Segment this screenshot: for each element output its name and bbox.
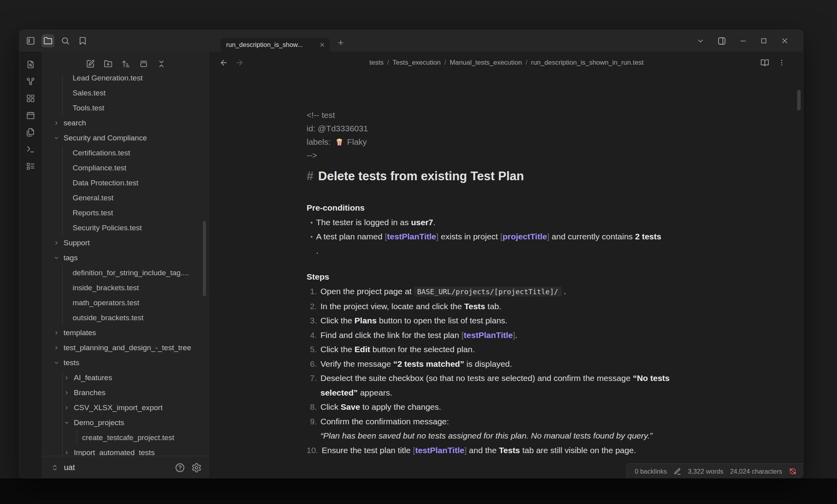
step-text: Deselect the suite checkbox (so that no … — [320, 371, 697, 400]
new-tab-button[interactable] — [335, 37, 346, 49]
sync-off-icon[interactable] — [789, 467, 797, 475]
bullet-item: The tester is logged in as user7. — [307, 215, 697, 230]
chevron-right-icon[interactable] — [64, 450, 70, 455]
tree-item-label: outside_brackets.test — [73, 314, 144, 322]
tree-folder[interactable]: Support — [42, 235, 210, 250]
terminal-icon[interactable] — [26, 145, 35, 154]
markdown-editor[interactable]: <!-- test id: @Td3336031 labels: — [210, 74, 803, 478]
tree-file[interactable]: Certifications.test — [42, 146, 210, 161]
tree-folder[interactable]: Import_automated_tests — [42, 445, 210, 456]
sidebar-scrollbar[interactable] — [203, 221, 206, 296]
tree-file[interactable]: Tools.test — [42, 101, 210, 116]
step-text: Verify the message “2 tests matched” is … — [320, 357, 512, 371]
tree-folder[interactable]: Branches — [42, 385, 210, 400]
chevron-down-icon[interactable] — [54, 255, 60, 261]
new-note-icon[interactable] — [86, 60, 95, 68]
tree-folder[interactable]: search — [42, 116, 210, 131]
files-tab-folder-icon[interactable] — [41, 34, 54, 47]
tree-folder[interactable]: Demo_projects — [42, 415, 210, 430]
tree-folder[interactable]: AI_features — [42, 370, 210, 385]
navigate-forward-icon[interactable] — [235, 58, 244, 67]
tree-file[interactable]: inside_brackets.test — [42, 280, 210, 295]
help-icon[interactable] — [175, 463, 185, 473]
tree-item-label: Data Protection.test — [73, 179, 139, 187]
vault-switcher[interactable]: uat — [42, 456, 210, 478]
breadcrumb-item[interactable]: tests — [369, 59, 384, 66]
tree-file[interactable]: General.test — [42, 190, 210, 205]
search-tab-icon[interactable] — [59, 34, 72, 47]
breadcrumb-item[interactable]: Manual_tests_execution — [449, 59, 522, 66]
indent-guide — [62, 280, 63, 295]
tab-list-chevron-icon[interactable] — [697, 37, 704, 45]
tree-file[interactable]: Lead Generation.test — [42, 75, 210, 86]
gallery-vertical-icon[interactable] — [139, 60, 148, 68]
chevron-right-icon[interactable] — [54, 240, 60, 246]
wikilink[interactable]: projectTitle — [502, 232, 547, 241]
tree-file[interactable]: Compliance.test — [42, 161, 210, 175]
wikilink[interactable]: testPlanTitle — [464, 330, 513, 340]
list-details-icon[interactable] — [26, 162, 35, 171]
tree-file[interactable]: Data Protection.test — [42, 175, 210, 190]
sort-order-icon[interactable] — [122, 60, 130, 68]
bookmarks-tab-icon[interactable] — [76, 34, 89, 47]
tree-item-label: Sales.test — [73, 89, 105, 97]
tree-folder[interactable]: test_planning_and_design_-_test_tree — [42, 340, 210, 355]
tree-file[interactable]: outside_brackets.test — [42, 310, 210, 325]
reading-view-book-icon[interactable] — [760, 58, 769, 67]
settings-gear-icon[interactable] — [191, 463, 202, 473]
graph-view-icon[interactable] — [26, 77, 35, 86]
tab-close-icon[interactable] — [319, 42, 325, 48]
left-sidebar-toggle-icon[interactable] — [24, 34, 37, 47]
tree-file[interactable]: Reports.test — [42, 205, 210, 220]
indent-guide — [62, 415, 63, 430]
navigate-back-icon[interactable] — [219, 58, 228, 67]
files-copy-icon[interactable] — [26, 128, 35, 137]
calendar-icon[interactable] — [26, 111, 35, 120]
file-search-icon[interactable] — [26, 60, 35, 69]
step-number: 6. — [307, 357, 317, 371]
tree-item-label: Tools.test — [73, 104, 104, 112]
chevron-right-icon[interactable] — [54, 330, 60, 336]
chevron-down-icon[interactable] — [64, 420, 70, 426]
wikilink[interactable]: testPlanTitle — [415, 446, 464, 455]
breadcrumb-item[interactable]: run_description_is_shown_in_run.test — [531, 59, 643, 66]
backlinks-status[interactable]: 0 backlinks — [635, 468, 667, 475]
cards-dashboard-icon[interactable] — [26, 94, 35, 103]
tree-file[interactable]: math_operators.test — [42, 295, 210, 310]
more-options-icon[interactable] — [778, 59, 786, 67]
window-minimize-button[interactable] — [739, 37, 747, 45]
tree-folder[interactable]: tests — [42, 355, 210, 370]
window-maximize-button[interactable] — [760, 37, 768, 45]
tree-file[interactable]: definition_for_string_include_tag.... — [42, 265, 210, 280]
editor-scrollbar[interactable] — [797, 90, 801, 110]
chevron-right-icon[interactable] — [64, 375, 70, 381]
tree-file[interactable]: create_testcafe_project.test — [42, 430, 210, 445]
chevron-right-icon[interactable] — [54, 345, 60, 351]
tree-item-label: Import_automated_tests — [74, 448, 155, 456]
tab-active[interactable]: run_description_is_show... — [221, 38, 330, 52]
tree-folder[interactable]: tags — [42, 250, 210, 265]
edit-mode-pencil-icon[interactable] — [674, 468, 681, 475]
breadcrumb-item[interactable]: Tests_execution — [393, 59, 441, 66]
chevron-right-icon[interactable] — [64, 405, 70, 411]
chevron-down-icon[interactable] — [54, 360, 60, 366]
tree-file[interactable]: Sales.test — [42, 86, 210, 101]
tree-folder[interactable]: templates — [42, 325, 210, 340]
new-folder-icon[interactable] — [104, 60, 112, 68]
step-item: 1.Open the project page at BASE_URL/proj… — [307, 284, 697, 299]
word-count: 3,322 words — [688, 468, 723, 475]
wikilink[interactable]: testPlanTitle — [387, 232, 436, 241]
bullet-dot — [311, 215, 316, 230]
chevron-right-icon[interactable] — [54, 120, 60, 126]
tree-folder[interactable]: Security and Compliance — [42, 131, 210, 146]
chevron-down-icon[interactable] — [54, 135, 60, 141]
right-sidebar-toggle-icon[interactable] — [717, 37, 726, 45]
collapse-all-icon[interactable] — [157, 60, 166, 68]
window-close-button[interactable] — [781, 37, 789, 45]
chevron-right-icon[interactable] — [64, 390, 70, 396]
ribbon — [19, 52, 42, 478]
tree-folder[interactable]: CSV_XLSX_import_export — [42, 400, 210, 415]
chevrons-up-down-icon — [51, 464, 58, 471]
indent-guide — [77, 430, 77, 445]
tree-file[interactable]: Security Policies.test — [42, 220, 210, 235]
